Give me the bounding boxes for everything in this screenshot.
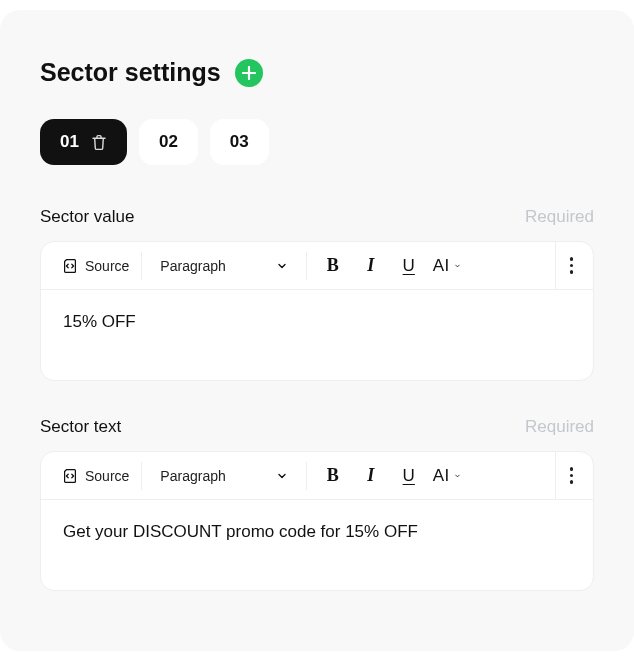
italic-button[interactable]: I <box>357 252 385 280</box>
editor-toolbar: Source Paragraph B I U <box>41 452 593 500</box>
ai-label: AI <box>433 256 450 276</box>
underline-button[interactable]: U <box>395 252 423 280</box>
kebab-icon <box>570 467 574 484</box>
rich-text-editor: Source Paragraph B I U <box>40 241 594 381</box>
sector-tab-02[interactable]: 02 <box>139 119 198 165</box>
underline-button[interactable]: U <box>395 462 423 490</box>
required-indicator: Required <box>525 417 594 437</box>
field-label: Sector text <box>40 417 121 437</box>
italic-button[interactable]: I <box>357 462 385 490</box>
kebab-icon <box>570 257 574 274</box>
chevron-down-icon <box>276 470 288 482</box>
source-label: Source <box>85 468 129 484</box>
editor-toolbar: Source Paragraph B I U <box>41 242 593 290</box>
bold-button[interactable]: B <box>319 462 347 490</box>
plus-icon <box>242 66 256 80</box>
header-row: Sector settings <box>40 58 594 87</box>
editor-content[interactable]: Get your DISCOUNT promo code for 15% OFF <box>41 500 593 590</box>
dropdown-label: Paragraph <box>160 468 225 484</box>
source-button[interactable]: Source <box>61 257 129 275</box>
ai-style-button[interactable]: AI <box>433 252 461 280</box>
more-options-button[interactable] <box>555 452 587 499</box>
dropdown-label: Paragraph <box>160 258 225 274</box>
field-label: Sector value <box>40 207 135 227</box>
tab-label: 01 <box>60 132 79 152</box>
ai-label: AI <box>433 466 450 486</box>
source-label: Source <box>85 258 129 274</box>
tab-label: 02 <box>159 132 178 152</box>
ai-style-button[interactable]: AI <box>433 462 461 490</box>
tab-label: 03 <box>230 132 249 152</box>
page-title: Sector settings <box>40 58 221 87</box>
sector-text-field: Sector text Required Source <box>40 417 594 591</box>
toolbar-divider <box>141 252 142 280</box>
paragraph-dropdown[interactable]: Paragraph <box>154 258 293 274</box>
bold-button[interactable]: B <box>319 252 347 280</box>
editor-content[interactable]: 15% OFF <box>41 290 593 380</box>
paragraph-dropdown[interactable]: Paragraph <box>154 468 293 484</box>
sector-tab-01[interactable]: 01 <box>40 119 127 165</box>
required-indicator: Required <box>525 207 594 227</box>
chevron-down-icon <box>454 260 461 272</box>
trash-icon <box>91 134 107 151</box>
source-button[interactable]: Source <box>61 467 129 485</box>
rich-text-editor: Source Paragraph B I U <box>40 451 594 591</box>
add-sector-button[interactable] <box>235 59 263 87</box>
chevron-down-icon <box>454 470 461 482</box>
more-options-button[interactable] <box>555 242 587 289</box>
toolbar-divider <box>306 462 307 490</box>
chevron-down-icon <box>276 260 288 272</box>
toolbar-divider <box>306 252 307 280</box>
sector-settings-panel: Sector settings 01 02 03 Sector value Re… <box>0 10 634 651</box>
sector-tab-03[interactable]: 03 <box>210 119 269 165</box>
source-icon <box>61 467 79 485</box>
field-header: Sector value Required <box>40 207 594 227</box>
sector-tabs: 01 02 03 <box>40 119 594 165</box>
sector-value-field: Sector value Required Source <box>40 207 594 381</box>
source-icon <box>61 257 79 275</box>
field-header: Sector text Required <box>40 417 594 437</box>
toolbar-divider <box>141 462 142 490</box>
